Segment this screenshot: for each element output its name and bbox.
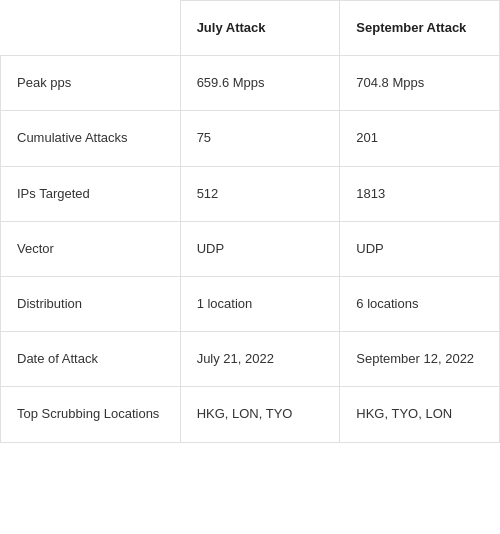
row-september-ips-targeted: 1813 bbox=[340, 166, 500, 221]
row-july-peak-pps: 659.6 Mpps bbox=[180, 56, 340, 111]
table-row: Date of AttackJuly 21, 2022September 12,… bbox=[1, 332, 500, 387]
table-row: IPs Targeted5121813 bbox=[1, 166, 500, 221]
row-july-top-scrubbing-locations: HKG, LON, TYO bbox=[180, 387, 340, 442]
table-row: Top Scrubbing LocationsHKG, LON, TYOHKG,… bbox=[1, 387, 500, 442]
row-july-distribution: 1 location bbox=[180, 276, 340, 331]
row-label-ips-targeted: IPs Targeted bbox=[1, 166, 181, 221]
row-july-vector: UDP bbox=[180, 221, 340, 276]
row-september-peak-pps: 704.8 Mpps bbox=[340, 56, 500, 111]
row-label-peak-pps: Peak pps bbox=[1, 56, 181, 111]
row-september-distribution: 6 locations bbox=[340, 276, 500, 331]
row-september-vector: UDP bbox=[340, 221, 500, 276]
table-row: Peak pps659.6 Mpps704.8 Mpps bbox=[1, 56, 500, 111]
row-label-top-scrubbing-locations: Top Scrubbing Locations bbox=[1, 387, 181, 442]
row-july-date-of-attack: July 21, 2022 bbox=[180, 332, 340, 387]
table-row: Cumulative Attacks75201 bbox=[1, 111, 500, 166]
row-september-cumulative-attacks: 201 bbox=[340, 111, 500, 166]
header-label bbox=[1, 1, 181, 56]
row-label-cumulative-attacks: Cumulative Attacks bbox=[1, 111, 181, 166]
row-september-top-scrubbing-locations: HKG, TYO, LON bbox=[340, 387, 500, 442]
table-row: Distribution1 location6 locations bbox=[1, 276, 500, 331]
comparison-table: July Attack September Attack Peak pps659… bbox=[0, 0, 500, 443]
row-september-date-of-attack: September 12, 2022 bbox=[340, 332, 500, 387]
row-label-distribution: Distribution bbox=[1, 276, 181, 331]
row-july-cumulative-attacks: 75 bbox=[180, 111, 340, 166]
row-july-ips-targeted: 512 bbox=[180, 166, 340, 221]
row-label-vector: Vector bbox=[1, 221, 181, 276]
table-row: VectorUDPUDP bbox=[1, 221, 500, 276]
header-september: September Attack bbox=[340, 1, 500, 56]
row-label-date-of-attack: Date of Attack bbox=[1, 332, 181, 387]
header-july: July Attack bbox=[180, 1, 340, 56]
